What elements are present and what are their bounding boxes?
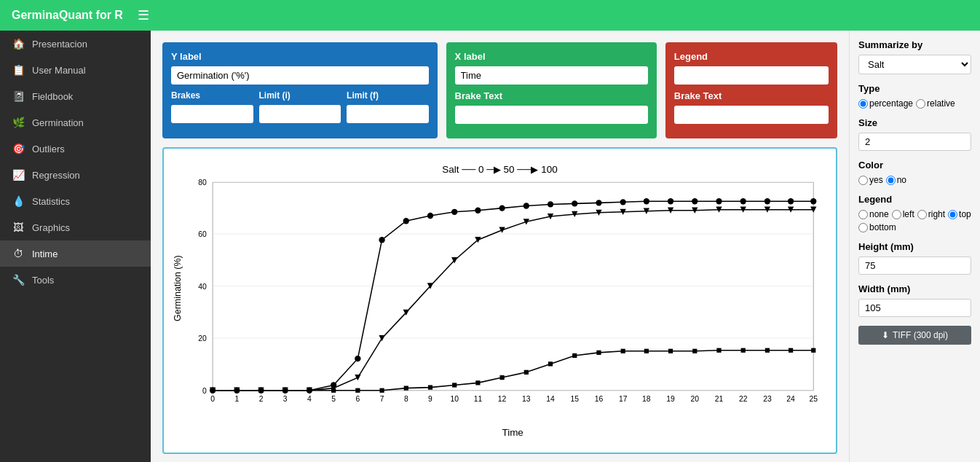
svg-rect-97: [331, 388, 336, 393]
svg-rect-109: [621, 349, 625, 353]
limit-f-input[interactable]: [347, 105, 429, 123]
legend-left-radio[interactable]: [892, 210, 901, 219]
legend-radio-group: none left right top bottom: [858, 209, 971, 232]
sidebar-item-presentacion[interactable]: 🏠Presentacion: [0, 31, 151, 57]
svg-point-48: [403, 218, 409, 224]
app-title: GerminaQuant for R: [12, 9, 123, 22]
svg-rect-108: [596, 351, 601, 355]
legend-bottom-option[interactable]: bottom: [858, 222, 896, 232]
svg-rect-113: [716, 348, 721, 353]
summarize-select[interactable]: Salt Treatment Other: [858, 55, 971, 74]
type-relative-radio[interactable]: [916, 99, 925, 109]
svg-text:60: 60: [198, 230, 207, 238]
y-label-input[interactable]: [171, 66, 429, 85]
hamburger-icon[interactable]: ☰: [138, 7, 149, 23]
color-section: Color yes no: [858, 160, 971, 185]
svg-text:7: 7: [380, 395, 384, 403]
legend-left-option[interactable]: left: [892, 209, 914, 219]
chart-container: Salt ── 0 ─▶ 50 ──▶ 100 Germination (%) …: [162, 147, 837, 454]
svg-rect-107: [572, 353, 577, 358]
tools-icon: 🔧: [12, 274, 25, 286]
svg-rect-95: [283, 388, 288, 393]
height-input[interactable]: [858, 257, 971, 275]
type-relative-option[interactable]: relative: [916, 98, 955, 109]
presentacion-icon: 🏠: [12, 38, 25, 50]
color-radio-group: yes no: [858, 175, 971, 185]
outliers-icon: 🎯: [12, 143, 25, 154]
legend-title: Legend: [674, 51, 829, 62]
download-label: TIFF (300 dpi): [893, 330, 948, 340]
svg-point-55: [572, 200, 577, 206]
sidebar-item-label: Intime: [32, 248, 58, 259]
svg-text:14: 14: [546, 395, 555, 403]
limit-i-label: Limit (i): [259, 90, 341, 101]
svg-point-54: [548, 201, 553, 207]
sidebar-item-graphics[interactable]: 🖼Graphics: [0, 214, 151, 240]
type-percentage-radio[interactable]: [858, 99, 868, 109]
statistics-icon: 💧: [12, 195, 25, 207]
legend-input[interactable]: [674, 66, 829, 85]
sidebar-item-label: Statistics: [32, 196, 70, 207]
germination-icon: 🌿: [12, 117, 25, 128]
sidebar-item-fieldbook[interactable]: 📓Fieldbook: [0, 83, 151, 109]
user-manual-icon: 📋: [12, 64, 25, 76]
x-label-input[interactable]: [455, 66, 648, 85]
size-input[interactable]: [858, 133, 971, 151]
legend-top-radio[interactable]: [948, 210, 957, 219]
sidebar-item-intime[interactable]: ⏱Intime: [0, 240, 151, 267]
legend-none-option[interactable]: none: [858, 209, 889, 219]
green-brake-text-label: Brake Text: [455, 90, 648, 101]
red-brake-text-input[interactable]: [674, 106, 829, 124]
svg-text:Salt ── 0 ─▶ 50 ──▶ 100: Salt ── 0 ─▶ 50 ──▶ 100: [442, 164, 557, 175]
svg-rect-110: [644, 349, 649, 353]
color-yes-radio[interactable]: [858, 176, 868, 185]
brakes-label: Brakes: [171, 90, 253, 101]
right-panel: Summarize by Salt Treatment Other Type p…: [849, 31, 980, 462]
color-yes-option[interactable]: yes: [858, 175, 883, 185]
svg-text:0: 0: [210, 395, 215, 403]
legend-none-radio[interactable]: [858, 210, 868, 219]
svg-point-63: [764, 198, 770, 204]
sidebar: 🏠Presentacion📋User Manual📓Fieldbook🌿Germ…: [0, 31, 151, 462]
color-label: Color: [858, 160, 971, 171]
limit-i-input[interactable]: [259, 105, 341, 123]
color-no-radio[interactable]: [886, 176, 896, 185]
red-brake-text-label: Brake Text: [674, 90, 829, 101]
svg-text:Germination (%): Germination (%): [173, 255, 183, 321]
color-no-option[interactable]: no: [886, 175, 906, 185]
legend-top-option[interactable]: top: [948, 209, 971, 219]
sidebar-item-statistics[interactable]: 💧Statistics: [0, 188, 151, 214]
type-percentage-option[interactable]: percentage: [858, 98, 913, 109]
svg-text:16: 16: [595, 395, 604, 403]
svg-rect-102: [452, 383, 457, 387]
svg-point-51: [475, 208, 481, 214]
svg-rect-105: [524, 370, 529, 375]
sidebar-item-tools[interactable]: 🔧Tools: [0, 267, 151, 293]
brakes-input[interactable]: [171, 105, 253, 123]
sidebar-item-label: Germination: [32, 117, 84, 128]
svg-text:24: 24: [786, 395, 795, 403]
download-tiff-button[interactable]: ⬇ TIFF (300 dpi): [858, 326, 971, 345]
svg-text:10: 10: [450, 395, 459, 403]
svg-point-47: [379, 237, 384, 243]
sidebar-item-regression[interactable]: 📈Regression: [0, 162, 151, 188]
legend-right-radio[interactable]: [917, 210, 927, 219]
width-input[interactable]: [858, 299, 971, 317]
legend-right-option[interactable]: right: [917, 209, 945, 219]
svg-rect-104: [500, 375, 505, 380]
sidebar-item-outliers[interactable]: 🎯Outliers: [0, 136, 151, 162]
svg-point-46: [355, 356, 360, 361]
sidebar-item-label: Tools: [32, 275, 54, 286]
svg-point-57: [620, 199, 626, 205]
green-brake-text-input[interactable]: [455, 106, 648, 124]
svg-text:3: 3: [283, 395, 288, 403]
svg-text:22: 22: [739, 395, 748, 403]
sidebar-item-user-manual[interactable]: 📋User Manual: [0, 57, 151, 83]
sidebar-item-germination[interactable]: 🌿Germination: [0, 109, 151, 136]
legend-bottom-radio[interactable]: [858, 223, 868, 232]
content-area: Y label Brakes Limit (i) Limit (f): [151, 31, 849, 462]
svg-text:8: 8: [404, 395, 408, 403]
type-label: Type: [858, 83, 971, 94]
limit-i-group: Limit (i): [259, 90, 341, 123]
svg-text:17: 17: [619, 395, 628, 403]
